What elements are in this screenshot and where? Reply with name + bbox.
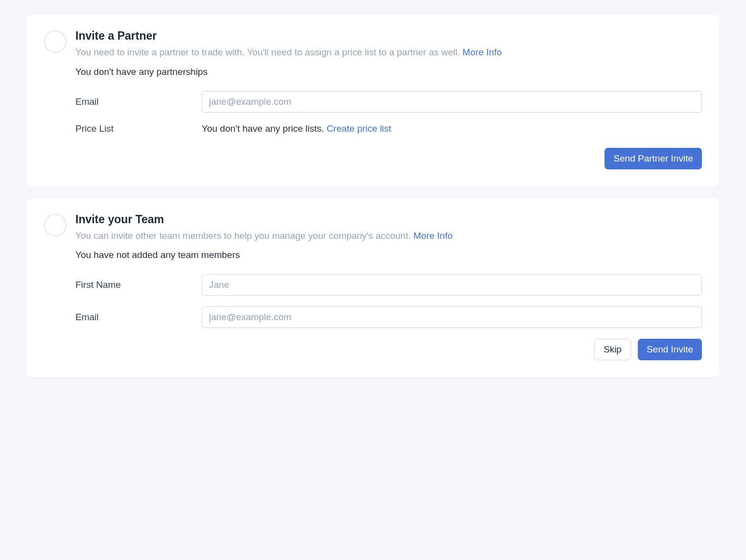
partner-more-info-link[interactable]: More Info: [463, 47, 502, 57]
pricelist-message: You don't have any price lists.: [202, 123, 326, 134]
create-pricelist-link[interactable]: Create price list: [326, 123, 391, 134]
send-partner-invite-button[interactable]: Send Partner Invite: [605, 148, 702, 169]
partner-pricelist-label: Price List: [75, 123, 202, 134]
partner-pricelist-row: Price List You don't have any price list…: [75, 123, 702, 134]
card-header: Invite a Partner You need to invite a pa…: [44, 29, 702, 169]
status-circle-icon: [44, 30, 67, 53]
team-firstname-row: First Name: [75, 274, 702, 296]
skip-button[interactable]: Skip: [594, 339, 631, 360]
team-email-input[interactable]: [202, 306, 702, 328]
invite-team-card: Invite your Team You can invite other te…: [27, 198, 719, 378]
partner-description: You need to invite a partner to trade wi…: [75, 46, 702, 60]
team-email-label: Email: [75, 312, 202, 323]
partner-button-row: Send Partner Invite: [75, 148, 702, 169]
partner-description-text: You need to invite a partner to trade wi…: [75, 47, 463, 57]
team-email-row: Email: [75, 306, 702, 328]
partner-title: Invite a Partner: [75, 29, 702, 43]
partner-email-label: Email: [75, 96, 202, 107]
partner-status: You don't have any partnerships: [75, 67, 702, 77]
status-circle-icon: [44, 214, 67, 236]
team-description-text: You can invite other team members to hel…: [75, 231, 413, 241]
team-more-info-link[interactable]: More Info: [413, 231, 452, 241]
card-header: Invite your Team You can invite other te…: [44, 213, 702, 361]
team-description: You can invite other team members to hel…: [75, 229, 702, 243]
card-content: Invite your Team You can invite other te…: [75, 213, 702, 361]
partner-email-input[interactable]: [202, 91, 702, 113]
invite-partner-card: Invite a Partner You need to invite a pa…: [27, 15, 719, 187]
card-content: Invite a Partner You need to invite a pa…: [75, 29, 702, 169]
team-firstname-input[interactable]: [202, 274, 702, 296]
partner-email-row: Email: [75, 91, 702, 113]
team-title: Invite your Team: [75, 213, 702, 226]
send-team-invite-button[interactable]: Send Invite: [638, 339, 702, 360]
team-button-row: Skip Send Invite: [75, 339, 702, 360]
team-status: You have not added any team members: [75, 250, 702, 260]
partner-pricelist-value: You don't have any price lists. Create p…: [202, 123, 702, 134]
team-firstname-label: First Name: [75, 280, 202, 290]
